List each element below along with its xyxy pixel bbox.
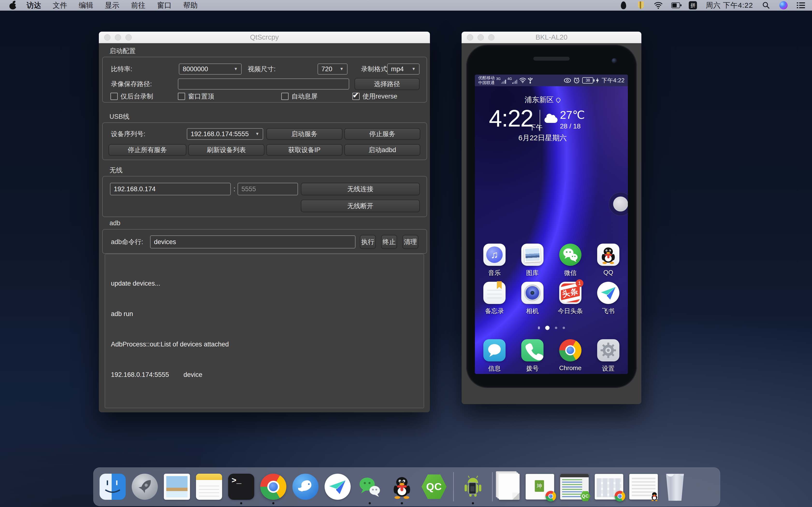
app-chrome[interactable]: Chrome [553,339,588,373]
app-dialer[interactable]: 拨号 [515,339,550,373]
checkbox-background-record[interactable]: 仅后台录制 [110,92,153,101]
device-serial-combo[interactable]: 192.168.0.174:5555▼ [187,128,263,140]
spotlight-search-icon[interactable] [762,1,770,10]
menubar-clock[interactable]: 周六 下午4:22 [706,0,753,10]
page-dot[interactable] [563,327,565,329]
paper-plane-glyph [597,282,619,304]
adb-run-button[interactable]: 执行 [360,235,376,249]
app-messages[interactable]: 信息 [477,339,512,373]
app-settings[interactable]: 设置 [591,339,626,373]
minimize-button[interactable] [477,34,484,41]
dock-trash-icon[interactable] [664,473,686,501]
minimized-window-chrome-kun[interactable]: 坤 [526,474,554,500]
dock-qq-icon[interactable] [389,474,415,500]
dock-scrcpy-android-icon[interactable] [460,474,486,500]
wifi-glyph [654,2,663,9]
widget-temperature: 27℃ [560,108,585,121]
dock-qtscrcpy-icon[interactable]: QC [421,474,447,500]
close-button[interactable] [104,34,110,41]
qtscrcpy-titlebar[interactable]: QtScrcpy [99,32,430,43]
dock-launchpad-icon[interactable] [132,474,158,500]
wireless-port-input[interactable] [238,183,298,195]
stop-service-button[interactable]: 停止服务 [344,128,420,140]
minimize-button[interactable] [115,34,121,41]
assistive-floating-ball[interactable] [613,196,628,212]
app-wechat[interactable]: 微信 [553,243,588,277]
start-adbd-button[interactable]: 启动adbd [344,144,420,156]
phone-screen[interactable]: 优酷移动 中国联通 3G 4G [475,74,628,374]
notification-center-icon[interactable] [797,1,805,10]
menu-finder[interactable]: 访达 [21,0,47,11]
start-service-button[interactable]: 启动服务 [266,128,343,140]
qq-menubar-icon[interactable] [619,1,628,10]
dock-notes-icon[interactable] [196,474,222,500]
dock-documents-stack[interactable] [499,474,520,500]
adb-clear-button[interactable]: 清理 [402,235,418,249]
apple-menu-icon[interactable] [9,1,17,10]
wireless-connect-button[interactable]: 无线连接 [301,183,420,195]
app-gallery[interactable]: 图库 [515,243,550,277]
checkbox-auto-screen-off[interactable]: 自动息屏 [281,92,317,101]
siri-icon[interactable] [779,1,788,10]
dock-mail-icon[interactable] [164,474,190,500]
feishu-icon [597,282,619,304]
adb-command-label: adb命令行: [111,230,143,254]
menu-view[interactable]: 显示 [99,0,125,11]
minimized-window-qtscrcpy-code[interactable]: QC [560,474,589,500]
shield-icon[interactable] [637,1,645,10]
list-glyph [797,2,805,9]
phone-status-bar: 优酷移动 中国联通 3G 4G [475,74,628,86]
app-music[interactable]: ♫ 音乐 [477,243,512,277]
app-camera[interactable]: 相机 [515,282,550,315]
camera-icon [521,282,544,304]
finder-face-glyph [100,474,126,500]
dock-finder-icon[interactable] [100,474,126,500]
app-feishu[interactable]: 飞书 [591,282,626,315]
adb-kill-button[interactable]: 终止 [381,235,397,249]
zoom-button[interactable] [125,34,132,41]
notes-lines [199,483,219,497]
dock-feishu-icon[interactable] [324,474,351,500]
wifi-icon[interactable] [654,1,663,10]
checkbox-always-on-top[interactable]: 窗口置顶 [178,92,214,101]
adb-command-input[interactable] [150,235,355,248]
dock-sealion-app-icon[interactable] [292,474,318,500]
checkbox-use-reverse[interactable]: ✔ 使用reverse [352,92,397,101]
input-method-icon[interactable]: 拼 [689,1,697,9]
record-format-combo[interactable]: mp4▼ [387,63,419,74]
adb-log-output[interactable]: update devices... adb run AdbProcess::ou… [105,254,424,408]
choose-path-button[interactable]: 选择路径 [355,78,419,90]
dock-chrome-icon[interactable] [260,474,286,500]
get-device-ip-button[interactable]: 获取设备IP [266,144,343,156]
menu-help[interactable]: 帮助 [177,0,203,11]
traffic-lights [104,34,132,41]
phone-titlebar[interactable]: BKL-AL20 [462,32,642,43]
bitrate-combo[interactable]: 8000000▼ [179,63,242,74]
refresh-device-list-button[interactable]: 刷新设备列表 [188,144,264,156]
siri-glyph [779,1,788,9]
wireless-disconnect-button[interactable]: 无线断开 [301,200,420,212]
page-dot-active[interactable] [545,326,550,330]
wireless-ip-input[interactable] [110,183,231,195]
minimized-window-webpage[interactable] [595,474,623,500]
minimized-window-qq-chat[interactable] [629,474,658,500]
menu-window[interactable]: 窗口 [151,0,177,11]
dock-wechat-icon[interactable] [357,474,383,500]
stop-all-services-button[interactable]: 停止所有服务 [108,144,186,156]
battery-icon[interactable] [671,1,680,10]
app-toutiao[interactable]: 头条 1 今日头条 [553,282,588,315]
page-dot[interactable] [555,327,557,329]
menu-go[interactable]: 前往 [125,0,151,11]
menu-edit[interactable]: 编辑 [73,0,99,11]
app-memo[interactable]: 备忘录 [477,282,512,315]
running-indicator [369,502,371,504]
zoom-button[interactable] [488,34,495,41]
video-size-combo[interactable]: 720▼ [317,63,348,74]
close-button[interactable] [467,34,473,41]
clock-weather-widget[interactable]: 浦东新区 4:22 下午 27℃ 28 / 18 6月22日星期六 [475,95,610,105]
page-dot-hiboard[interactable] [538,326,540,329]
record-path-input[interactable] [178,78,349,90]
dock-terminal-icon[interactable]: >_ [228,474,254,500]
app-qq[interactable]: QQ [591,243,626,277]
menu-file[interactable]: 文件 [47,0,73,11]
